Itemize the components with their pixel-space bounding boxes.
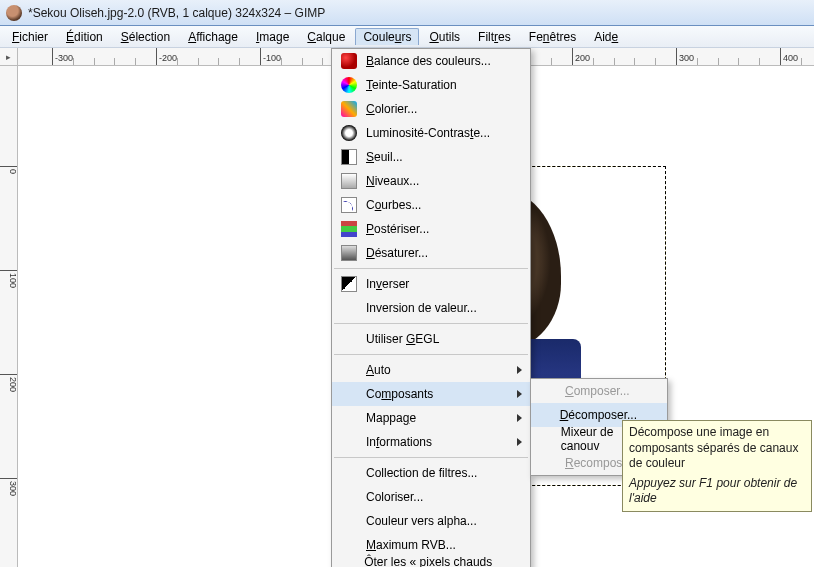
menu-outils[interactable]: Outils xyxy=(421,28,468,46)
tooltip-hint: Appuyez sur F1 pour obtenir de l'aide xyxy=(629,476,805,507)
blank-icon xyxy=(338,464,360,482)
submenu-arrow-icon xyxy=(517,390,522,398)
window-title: *Sekou Oliseh.jpg-2.0 (RVB, 1 calque) 32… xyxy=(28,6,325,20)
menu-item-label: Couleur vers alpha... xyxy=(366,514,477,528)
couleurs-item[interactable]: Inversion de valeur... xyxy=(332,296,530,320)
ruler-tick: 200 xyxy=(572,48,590,66)
menu-item-label: Composants xyxy=(366,387,433,401)
tooltip: Décompose une image en composants séparé… xyxy=(622,420,812,512)
couleurs-item[interactable]: Niveaux... xyxy=(332,169,530,193)
menu-item-label: Auto xyxy=(366,363,391,377)
blank-icon xyxy=(537,406,554,424)
couleurs-item[interactable]: Mappage xyxy=(332,406,530,430)
submenu-arrow-icon xyxy=(517,438,522,446)
menu-fichier[interactable]: Fichier xyxy=(4,28,56,46)
ic-post-icon xyxy=(338,220,360,238)
menu-item-label: Collection de filtres... xyxy=(366,466,477,480)
menu-separator xyxy=(334,268,528,269)
submenu-arrow-icon xyxy=(517,414,522,422)
menu-item-label: Recompose xyxy=(565,456,629,470)
blank-icon xyxy=(338,488,360,506)
couleurs-item[interactable]: Ôter les « pixels chauds »... xyxy=(332,557,530,567)
couleurs-item[interactable]: Informations xyxy=(332,430,530,454)
blank-icon xyxy=(338,361,360,379)
blank-icon xyxy=(338,512,360,530)
couleurs-item[interactable]: Maximum RVB... xyxy=(332,533,530,557)
composants-item: Composer... xyxy=(531,379,667,403)
tooltip-text: Décompose une image en composants séparé… xyxy=(629,425,798,470)
blank-icon xyxy=(537,454,559,472)
menu-item-label: Colorier... xyxy=(366,102,417,116)
ruler-tick: 200 xyxy=(0,374,18,392)
couleurs-item[interactable]: Composants xyxy=(332,382,530,406)
app-icon xyxy=(6,5,22,21)
ruler-origin[interactable]: ▸ xyxy=(0,48,18,66)
couleurs-item[interactable]: Postériser... xyxy=(332,217,530,241)
blank-icon xyxy=(338,409,360,427)
blank-icon xyxy=(338,385,360,403)
menu-item-label: Teinte-Saturation xyxy=(366,78,457,92)
menu-item-label: Mappage xyxy=(366,411,416,425)
couleurs-item[interactable]: Coloriser... xyxy=(332,485,530,509)
menu-separator xyxy=(334,457,528,458)
couleurs-item[interactable]: Luminosité-Contraste... xyxy=(332,121,530,145)
ic-balance-icon xyxy=(338,52,360,70)
menu-item-label: Utiliser GEGL xyxy=(366,332,439,346)
blank-icon xyxy=(338,330,360,348)
menu-couleurs[interactable]: Couleurs xyxy=(355,28,419,45)
menu-item-label: Informations xyxy=(366,435,432,449)
couleurs-item[interactable]: Désaturer... xyxy=(332,241,530,265)
couleurs-item[interactable]: Collection de filtres... xyxy=(332,461,530,485)
menu-item-label: Seuil... xyxy=(366,150,403,164)
ic-thr-icon xyxy=(338,148,360,166)
ruler-tick: 0 xyxy=(0,166,18,174)
couleurs-item[interactable]: Couleur vers alpha... xyxy=(332,509,530,533)
menu-item-label: Courbes... xyxy=(366,198,421,212)
menu-item-label: Luminosité-Contraste... xyxy=(366,126,490,140)
couleurs-item[interactable]: Courbes... xyxy=(332,193,530,217)
menu-item-label: Inversion de valeur... xyxy=(366,301,477,315)
menu-image[interactable]: Image xyxy=(248,28,297,46)
menu-fenêtres[interactable]: Fenêtres xyxy=(521,28,584,46)
blank-icon xyxy=(338,299,360,317)
couleurs-item[interactable]: Colorier... xyxy=(332,97,530,121)
blank-icon xyxy=(537,430,555,448)
ic-curv-icon xyxy=(338,196,360,214)
ruler-tick: 300 xyxy=(676,48,694,66)
menu-calque[interactable]: Calque xyxy=(299,28,353,46)
ruler-tick: 100 xyxy=(0,270,18,288)
ic-inv-icon xyxy=(338,275,360,293)
menu-couleurs-dropdown: Balance des couleurs...Teinte-Saturation… xyxy=(331,48,531,567)
menu-filtres[interactable]: Filtres xyxy=(470,28,519,46)
menu-item-label: Maximum RVB... xyxy=(366,538,456,552)
menu-item-label: Postériser... xyxy=(366,222,429,236)
ruler-tick: -300 xyxy=(52,48,73,66)
ic-lc-icon xyxy=(338,124,360,142)
blank-icon xyxy=(338,536,360,554)
ruler-tick: 300 xyxy=(0,478,18,496)
menu-aide[interactable]: Aide xyxy=(586,28,626,46)
couleurs-item[interactable]: Teinte-Saturation xyxy=(332,73,530,97)
blank-icon xyxy=(338,560,358,567)
menu-édition[interactable]: Édition xyxy=(58,28,111,46)
menubar: FichierÉditionSélectionAffichageImageCal… xyxy=(0,26,814,48)
ic-lvl-icon xyxy=(338,172,360,190)
ic-hs-icon xyxy=(338,76,360,94)
couleurs-item[interactable]: Inverser xyxy=(332,272,530,296)
blank-icon xyxy=(537,382,559,400)
couleurs-item[interactable]: Auto xyxy=(332,358,530,382)
ruler-vertical[interactable]: 0100200300 xyxy=(0,66,18,567)
menu-item-label: Inverser xyxy=(366,277,409,291)
couleurs-item[interactable]: Utiliser GEGL xyxy=(332,327,530,351)
ruler-tick: 400 xyxy=(780,48,798,66)
titlebar: *Sekou Oliseh.jpg-2.0 (RVB, 1 calque) 32… xyxy=(0,0,814,26)
couleurs-item[interactable]: Seuil... xyxy=(332,145,530,169)
ruler-tick: -100 xyxy=(260,48,281,66)
menu-item-label: Composer... xyxy=(565,384,630,398)
menu-item-label: Balance des couleurs... xyxy=(366,54,491,68)
menu-sélection[interactable]: Sélection xyxy=(113,28,178,46)
menu-affichage[interactable]: Affichage xyxy=(180,28,246,46)
submenu-arrow-icon xyxy=(517,366,522,374)
couleurs-item[interactable]: Balance des couleurs... xyxy=(332,49,530,73)
menu-item-label: Désaturer... xyxy=(366,246,428,260)
